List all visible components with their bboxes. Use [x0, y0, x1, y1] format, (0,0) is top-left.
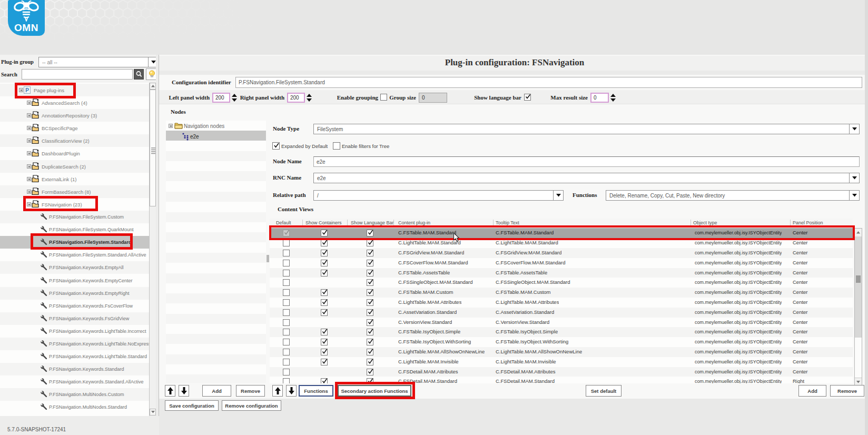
svg-text:OMN: OMN: [14, 22, 38, 33]
